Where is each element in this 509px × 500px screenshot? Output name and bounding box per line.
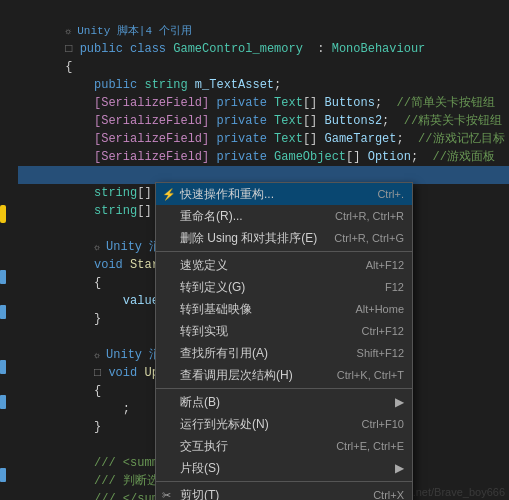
menu-shortcut: Alt+Home xyxy=(355,303,404,315)
menu-item-label: 剪切(T) xyxy=(180,487,219,501)
menu-separator xyxy=(156,251,412,252)
submenu-arrow-icon: ▶ xyxy=(395,461,404,475)
code-line: [SerializeField] private GameObject[] Op… xyxy=(18,130,509,148)
quick-actions-icon: ⚡ xyxy=(162,188,176,201)
code-line: [SerializeField] private Text[] Buttons;… xyxy=(18,76,509,94)
gutter-dot-blue2 xyxy=(0,305,6,319)
menu-item-go-to-impl[interactable]: 转到实现 Ctrl+F12 xyxy=(156,320,412,342)
menu-item-label: 重命名(R)... xyxy=(180,208,243,225)
menu-item-find-all-refs[interactable]: 查找所有引用(A) Shift+F12 xyxy=(156,342,412,364)
code-line: □ public class GameControl_memory : Mono… xyxy=(18,22,509,40)
code-line: public int value; xyxy=(18,148,509,166)
menu-item-run-to-cursor[interactable]: 运行到光标处(N) Ctrl+F10 xyxy=(156,413,412,435)
context-menu: ⚡ 快速操作和重构... Ctrl+. 重命名(R)... Ctrl+R, Ct… xyxy=(155,182,413,500)
menu-item-quick-actions[interactable]: ⚡ 快速操作和重构... Ctrl+. xyxy=(156,183,412,205)
menu-item-label: 速览定义 xyxy=(180,257,228,274)
code-line: ☼ Unity 脚本|4 个引用 xyxy=(18,4,509,22)
menu-item-interactive[interactable]: 交互执行 Ctrl+E, Ctrl+E xyxy=(156,435,412,457)
menu-shortcut: Alt+F12 xyxy=(366,259,404,271)
menu-separator xyxy=(156,388,412,389)
menu-item-snippet[interactable]: 片段(S) ▶ xyxy=(156,457,412,479)
menu-shortcut: Ctrl+. xyxy=(377,188,404,200)
menu-separator xyxy=(156,481,412,482)
menu-shortcut: Ctrl+R, Ctrl+R xyxy=(335,210,404,222)
menu-shortcut: Ctrl+K, Ctrl+T xyxy=(337,369,404,381)
menu-item-remove-using[interactable]: 删除 Using 和对其排序(E) Ctrl+R, Ctrl+G xyxy=(156,227,412,249)
code-line: [SerializeField] private Text[] GameTarg… xyxy=(18,112,509,130)
menu-item-label: 片段(S) xyxy=(180,460,220,477)
menu-item-cut[interactable]: ✂ 剪切(T) Ctrl+X xyxy=(156,484,412,500)
menu-item-label: 断点(B) xyxy=(180,394,220,411)
menu-item-peek-def[interactable]: 速览定义 Alt+F12 xyxy=(156,254,412,276)
gutter-dot-blue3 xyxy=(0,360,6,374)
menu-item-label: 查看调用层次结构(H) xyxy=(180,367,293,384)
menu-item-label: 转到定义(G) xyxy=(180,279,245,296)
menu-item-label: 交互执行 xyxy=(180,438,228,455)
gutter-dot-blue5 xyxy=(0,468,6,482)
menu-item-label: 转到基础映像 xyxy=(180,301,252,318)
menu-item-go-to-def[interactable]: 转到定义(G) F12 xyxy=(156,276,412,298)
menu-shortcut: Ctrl+F10 xyxy=(362,418,405,430)
menu-item-label: 快速操作和重构... xyxy=(180,186,274,203)
menu-item-go-to-base[interactable]: 转到基础映像 Alt+Home xyxy=(156,298,412,320)
menu-item-label: 运行到光标处(N) xyxy=(180,416,269,433)
menu-shortcut: Ctrl+E, Ctrl+E xyxy=(336,440,404,452)
code-line: [SerializeField] private Text[] Buttons2… xyxy=(18,94,509,112)
code-line: { xyxy=(18,40,509,58)
menu-item-label: 查找所有引用(A) xyxy=(180,345,268,362)
menu-item-breakpoint[interactable]: 断点(B) ▶ xyxy=(156,391,412,413)
menu-shortcut: Shift+F12 xyxy=(357,347,404,359)
menu-item-label: 删除 Using 和对其排序(E) xyxy=(180,230,317,247)
menu-shortcut: Ctrl+F12 xyxy=(362,325,405,337)
menu-shortcut: Ctrl+R, Ctrl+G xyxy=(334,232,404,244)
code-line: public string m_TextAsset; xyxy=(18,58,509,76)
submenu-arrow-icon: ▶ xyxy=(395,395,404,409)
menu-item-label: 转到实现 xyxy=(180,323,228,340)
cut-icon: ✂ xyxy=(162,489,171,501)
menu-shortcut: Ctrl+X xyxy=(373,489,404,500)
menu-item-rename[interactable]: 重命名(R)... Ctrl+R, Ctrl+R xyxy=(156,205,412,227)
menu-shortcut: F12 xyxy=(385,281,404,293)
gutter-dot-blue1 xyxy=(0,270,6,284)
menu-item-call-hierarchy[interactable]: 查看调用层次结构(H) Ctrl+K, Ctrl+T xyxy=(156,364,412,386)
gutter-dot-blue4 xyxy=(0,395,6,409)
gutter-dot-yellow xyxy=(0,205,6,223)
